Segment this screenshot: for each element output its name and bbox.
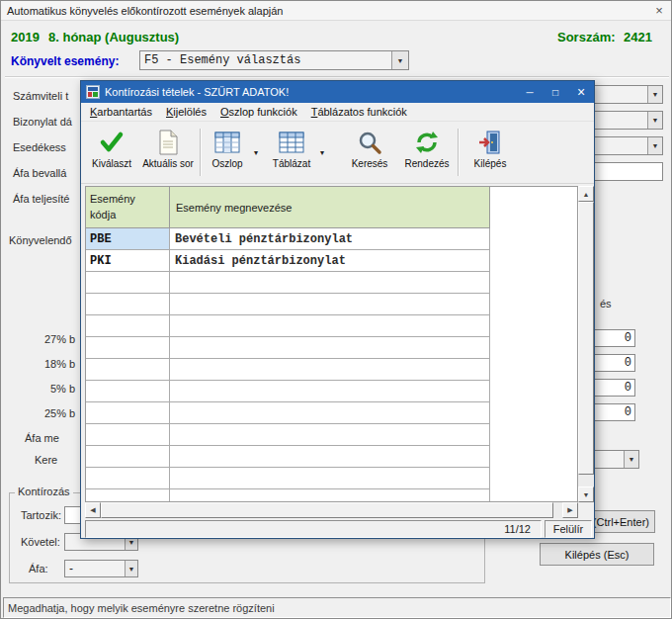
event-name-cell[interactable] xyxy=(170,489,490,502)
scroll-right-icon[interactable]: ▶ xyxy=(562,502,578,518)
window-close-button[interactable]: × xyxy=(647,3,671,18)
status-bar: Megadhatja, hogy melyik eseményre szeret… xyxy=(3,597,671,618)
table-row xyxy=(86,294,577,315)
event-name-cell[interactable] xyxy=(170,446,490,468)
column-dropdown-icon[interactable]: ▾ xyxy=(250,125,262,180)
dialog-menubar: Karbantartás Kijelölés Oszlop funkciók T… xyxy=(81,103,594,122)
code-column-header[interactable]: Esemény kódja xyxy=(86,187,170,228)
table-row xyxy=(86,468,577,489)
label-kerekites: Kere xyxy=(35,454,57,466)
table-icon xyxy=(279,129,304,156)
event-code-cell[interactable]: PBE xyxy=(86,228,170,250)
table-row xyxy=(86,424,577,446)
period-month: 8. hónap (Augusztus) xyxy=(48,30,179,44)
afa-dropdown-icon[interactable]: ▼ xyxy=(125,561,137,576)
horizontal-scrollbar[interactable]: ◀ ▶ xyxy=(85,502,578,518)
status-bar-text: Megadhatja, hogy melyik eseményre szeret… xyxy=(8,602,275,614)
event-code-cell[interactable] xyxy=(86,402,170,424)
dialog-app-icon xyxy=(86,78,100,106)
menu-tablazatos-funkciok[interactable]: Táblázatos funkciók xyxy=(304,104,414,121)
select-button-label: Kiválaszt xyxy=(92,158,131,169)
window-title: Automatikus könyvelés előkontírozott ese… xyxy=(7,5,283,17)
afa-combo[interactable]: - ▼ xyxy=(64,560,138,577)
event-combo[interactable]: F5 - Esemény választás ▼ xyxy=(139,50,409,70)
event-code-cell[interactable] xyxy=(86,381,170,402)
event-code-cell[interactable] xyxy=(86,489,170,502)
event-name-cell[interactable] xyxy=(170,424,490,446)
event-label: Könyvelt esemény: xyxy=(11,54,119,68)
table-button[interactable]: Táblázat xyxy=(267,125,316,180)
form-label-esedekesseg: Esedékess xyxy=(13,141,66,153)
event-code-cell[interactable] xyxy=(86,359,170,381)
dialog-maximize-button[interactable]: □ xyxy=(543,81,568,103)
table-dropdown-icon[interactable]: ▾ xyxy=(316,125,328,180)
sort-button-label: Rendezés xyxy=(404,158,449,169)
vertical-scrollbar[interactable]: ▲ ▼ xyxy=(578,186,594,502)
table-row xyxy=(86,359,577,381)
event-name-cell[interactable] xyxy=(170,315,490,337)
header-separator xyxy=(5,76,669,78)
event-code-cell[interactable] xyxy=(86,272,170,294)
event-code-cell[interactable] xyxy=(86,315,170,337)
dialog-exit-button-label: Kilépés xyxy=(474,158,507,169)
kerekites-dropdown-icon[interactable]: ▼ xyxy=(624,451,638,468)
event-name-cell[interactable] xyxy=(170,381,490,402)
event-code-cell[interactable] xyxy=(86,446,170,468)
event-code-cell[interactable] xyxy=(86,294,170,315)
event-code-cell[interactable]: PKI xyxy=(86,250,170,272)
toolbar-separator xyxy=(458,129,460,176)
event-name-cell[interactable]: Bevételi pénztárbizonylat xyxy=(170,228,490,250)
search-icon xyxy=(357,129,382,156)
column-button-label: Oszlop xyxy=(211,158,242,169)
event-name-cell[interactable] xyxy=(170,468,490,489)
scroll-down-icon[interactable]: ▼ xyxy=(578,486,594,502)
serial-label: Sorszám: xyxy=(557,30,616,44)
event-name-cell[interactable] xyxy=(170,402,490,424)
table-row: PKI Kiadási pénztárbizonylat xyxy=(86,250,577,272)
form-label-bizonylat: Bizonylat dá xyxy=(13,116,72,128)
exit-door-icon xyxy=(477,129,503,156)
menu-karbantartas[interactable]: Karbantartás xyxy=(83,104,159,121)
document-icon xyxy=(157,129,179,156)
horizontal-scroll-thumb[interactable] xyxy=(101,502,553,518)
scroll-up-icon[interactable]: ▲ xyxy=(578,186,594,202)
dialog-exit-button[interactable]: Kilépés xyxy=(462,125,518,180)
afa-label: Áfa: xyxy=(29,563,48,575)
column-button[interactable]: Oszlop xyxy=(205,125,250,180)
event-name-cell[interactable] xyxy=(170,359,490,381)
event-name-cell[interactable] xyxy=(170,337,490,359)
table-row: PBE Bevételi pénztárbizonylat xyxy=(86,228,577,250)
event-combo-dropdown-icon[interactable]: ▼ xyxy=(391,51,408,69)
table-row xyxy=(86,381,577,402)
event-name-cell[interactable] xyxy=(170,294,490,315)
tartozik-label: Tartozik: xyxy=(21,509,61,521)
search-button[interactable]: Keresés xyxy=(342,125,397,180)
dialog-window-controls: ─ □ × xyxy=(517,81,594,103)
refresh-icon xyxy=(414,129,440,156)
scroll-left-icon[interactable]: ◀ xyxy=(85,502,101,518)
menu-oszlop-funkciok[interactable]: Oszlop funkciók xyxy=(213,104,304,121)
select-button[interactable]: Kiválaszt xyxy=(84,125,139,180)
form-label-szamviteli: Számviteli t xyxy=(13,90,68,102)
event-table-body: PBE Bevételi pénztárbizonylat PKI Kiadás… xyxy=(86,228,577,502)
vertical-scroll-thumb[interactable] xyxy=(578,202,594,475)
esedekesseg-dropdown-icon[interactable]: ▼ xyxy=(647,137,662,154)
event-code-cell[interactable] xyxy=(86,468,170,489)
dialog-minimize-button[interactable]: ─ xyxy=(517,81,543,103)
current-row-button[interactable]: Aktuális sor xyxy=(139,125,197,180)
window-titlebar[interactable]: Automatikus könyvelés előkontírozott ese… xyxy=(1,1,671,21)
szamviteli-field-dropdown-icon[interactable]: ▼ xyxy=(647,86,662,103)
sort-button[interactable]: Rendezés xyxy=(399,125,455,180)
label-27-percent: 27% b xyxy=(44,333,75,345)
dialog-close-button[interactable]: × xyxy=(568,81,594,103)
event-name-cell[interactable] xyxy=(170,272,490,294)
exit-button[interactable]: Kilépés (Esc) xyxy=(540,543,654,566)
name-column-header[interactable]: Esemény megnevezése xyxy=(170,187,490,228)
event-code-cell[interactable] xyxy=(86,424,170,446)
dialog-titlebar[interactable]: Kontírozási tételek - SZŰRT ADATOK! ─ □ … xyxy=(81,81,594,103)
event-name-cell[interactable]: Kiadási pénztárbizonylat xyxy=(170,250,490,272)
menu-kijeloles[interactable]: Kijelölés xyxy=(159,104,213,121)
bizonylat-datum-dropdown-icon[interactable]: ▼ xyxy=(647,112,662,129)
event-code-cell[interactable] xyxy=(86,337,170,359)
kontirozas-group-label: Kontírozás xyxy=(15,486,73,497)
